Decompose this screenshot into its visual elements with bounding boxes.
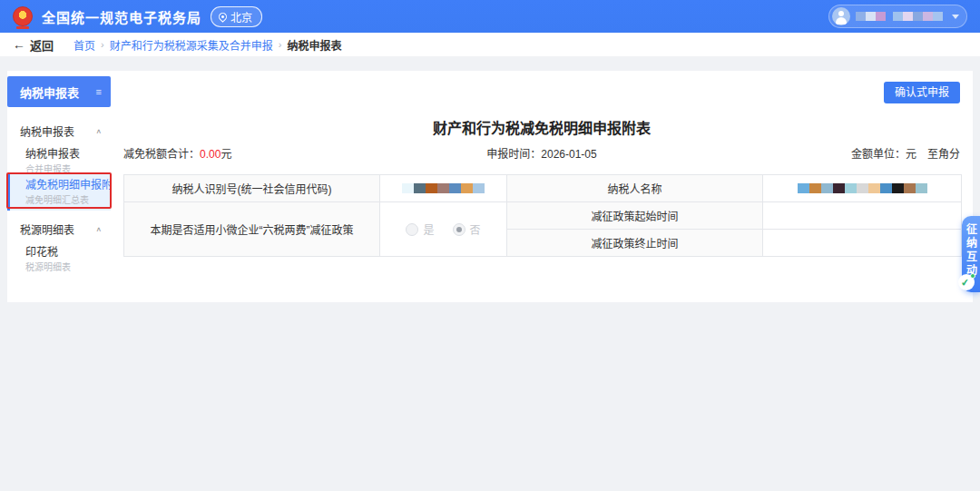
breadcrumb-separator: › bbox=[101, 39, 104, 50]
radio-no-circle-icon[interactable] bbox=[453, 223, 466, 236]
floating-tab-label: 征纳互动 bbox=[964, 223, 979, 278]
taxpayer-name-label: 纳税人名称 bbox=[507, 175, 763, 202]
total-label: 减免税额合计： bbox=[123, 148, 200, 161]
total-value: 0.00 bbox=[200, 148, 220, 161]
item-label: 减免税明细申报附表 bbox=[25, 179, 111, 192]
item-label: 印花税 bbox=[25, 246, 111, 260]
tax-interaction-floating-tab[interactable]: 征纳互动 ✔ bbox=[962, 216, 980, 292]
breadcrumb-bar: ← 返回 首页 › 财产和行为税税源采集及合并申报 › 纳税申报表 bbox=[0, 33, 980, 56]
date-value: 2026-01-05 bbox=[541, 148, 596, 161]
chevron-up-icon: ∧ bbox=[95, 226, 102, 233]
region-label: 北京 bbox=[230, 9, 252, 25]
online-status-dot bbox=[970, 273, 975, 279]
chevron-down-icon bbox=[952, 15, 959, 19]
sidebar-item-reduction-detail[interactable]: 减免税明细申报附表 减免明细汇总表 bbox=[7, 174, 111, 211]
declaration-date: 申报时间：2026-01-05 bbox=[402, 145, 681, 161]
item-label: 纳税申报表 bbox=[25, 148, 111, 162]
back-button[interactable]: ← 返回 bbox=[13, 36, 54, 54]
breadcrumb: 首页 › 财产和行为税税源采集及合并申报 › 纳税申报表 bbox=[74, 37, 341, 53]
taxpayer-id-label: 纳税人识别号(统一社会信用代码) bbox=[124, 175, 380, 202]
item-sublabel: 减免明细汇总表 bbox=[25, 194, 111, 206]
breadcrumb-separator: › bbox=[279, 39, 282, 50]
app-title: 全国统一规范电子税务局 bbox=[42, 7, 201, 26]
radio-yes[interactable]: 是 bbox=[406, 221, 434, 237]
sidebar-section-declaration[interactable]: 纳税申报表 ∧ bbox=[20, 123, 102, 139]
sidebar-header[interactable]: 纳税申报表 ≡ bbox=[7, 76, 111, 107]
breadcrumb-collection[interactable]: 财产和行为税税源采集及合并申报 bbox=[110, 37, 273, 53]
radio-no[interactable]: 否 bbox=[453, 221, 481, 237]
policy-start-value[interactable] bbox=[763, 202, 962, 230]
summary-row: 减免税额合计：0.00元 申报时间：2026-01-05 金额单位：元 至角分 bbox=[123, 145, 960, 161]
policy-radio-group: 是 否 bbox=[380, 202, 507, 257]
radio-no-label: 否 bbox=[470, 221, 481, 237]
content-panel: 纳税申报表 ≡ 纳税申报表 ∧ 纳税申报表 合并申报表 减免税明细申报附表 减免… bbox=[7, 71, 973, 302]
sidebar-section-tax-source[interactable]: 税源明细表 ∧ bbox=[20, 221, 102, 237]
amount-unit-note: 金额单位：元 至角分 bbox=[681, 145, 960, 161]
location-pin-icon bbox=[217, 11, 229, 23]
back-label: 返回 bbox=[30, 36, 54, 54]
menu-fold-icon[interactable]: ≡ bbox=[96, 86, 102, 97]
user-avatar-icon bbox=[832, 7, 850, 25]
user-account-menu[interactable] bbox=[828, 5, 967, 28]
section-title: 纳税申报表 bbox=[20, 123, 74, 139]
radio-yes-circle-icon[interactable] bbox=[406, 223, 418, 236]
sidebar-header-label: 纳税申报表 bbox=[20, 83, 79, 101]
main-area: 确认式申报 财产和行为税减免税明细申报附表 减免税额合计：0.00元 申报时间：… bbox=[111, 71, 973, 302]
taxpayer-id-value bbox=[380, 175, 507, 202]
top-header-bar: 全国统一规范电子税务局 北京 bbox=[0, 0, 980, 33]
tax-bureau-emblem-icon bbox=[13, 6, 33, 26]
form-title: 财产和行为税减免税明细申报附表 bbox=[111, 116, 973, 138]
breadcrumb-current: 纳税申报表 bbox=[287, 37, 341, 53]
policy-end-value[interactable] bbox=[763, 230, 962, 257]
sidebar-item-stamp-tax[interactable]: 印花税 税源明细表 bbox=[7, 241, 111, 278]
taxpayer-name-redacted bbox=[798, 184, 927, 193]
declaration-table: 纳税人识别号(统一社会信用代码) 纳税人名称 本期是否适用小微企业“六税两费”减… bbox=[123, 174, 962, 257]
taxpayer-name-value bbox=[763, 175, 962, 202]
small-business-policy-question: 本期是否适用小微企业“六税两费”减征政策 bbox=[124, 202, 380, 257]
radio-yes-label: 是 bbox=[423, 221, 434, 237]
total-unit: 元 bbox=[220, 148, 231, 161]
region-selector[interactable]: 北京 bbox=[211, 6, 262, 27]
policy-start-label: 减征政策起始时间 bbox=[507, 202, 763, 230]
back-arrow-icon: ← bbox=[13, 37, 25, 52]
user-name-redacted bbox=[856, 12, 943, 21]
sidebar: 纳税申报表 ≡ 纳税申报表 ∧ 纳税申报表 合并申报表 减免税明细申报附表 减免… bbox=[7, 71, 111, 302]
item-sublabel: 税源明细表 bbox=[25, 261, 111, 273]
date-label: 申报时间： bbox=[486, 148, 541, 161]
chat-assistant-icon[interactable]: ✔ bbox=[958, 274, 975, 290]
policy-end-label: 减征政策终止时间 bbox=[507, 230, 763, 257]
section-title: 税源明细表 bbox=[20, 221, 74, 237]
breadcrumb-home[interactable]: 首页 bbox=[74, 37, 95, 53]
chevron-up-icon: ∧ bbox=[95, 128, 102, 135]
taxpayer-id-redacted bbox=[402, 184, 485, 193]
total-reduction-amount: 减免税额合计：0.00元 bbox=[123, 145, 402, 161]
confirm-declaration-button[interactable]: 确认式申报 bbox=[884, 82, 960, 103]
